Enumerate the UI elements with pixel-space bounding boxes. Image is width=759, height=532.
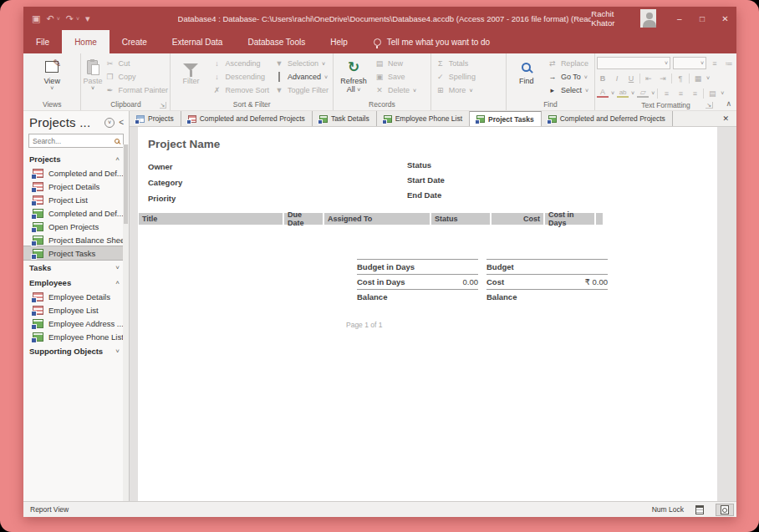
- tab-file[interactable]: File: [23, 30, 62, 53]
- select-button[interactable]: ▸Select˅: [545, 84, 591, 97]
- text-formatting-dialog-launcher[interactable]: ↘: [706, 102, 713, 109]
- refresh-all-button[interactable]: ↻ Refresh All ˅: [335, 55, 372, 94]
- clipboard-dialog-launcher[interactable]: ↘: [160, 102, 167, 109]
- nav-group-supporting-objects[interactable]: Supporting Objects˅: [23, 343, 123, 358]
- format-painter-icon: ✒: [104, 86, 115, 94]
- font-color-button[interactable]: A: [597, 89, 609, 98]
- format-painter-button[interactable]: ✒Format Painter: [102, 84, 171, 97]
- gridlines-icon[interactable]: ▦: [692, 74, 704, 83]
- new-record-button[interactable]: ▤New: [372, 57, 419, 70]
- cut-button[interactable]: ✂Cut: [102, 57, 171, 70]
- select-icon: ▸: [548, 86, 558, 94]
- tab-home[interactable]: Home: [62, 30, 110, 53]
- doc-tab-task-details[interactable]: Task Details: [313, 111, 377, 126]
- bullets-icon[interactable]: ≡: [709, 59, 721, 68]
- print-preview-button[interactable]: [716, 504, 734, 516]
- nav-item-completed-deferred-report[interactable]: Completed and Def...: [23, 206, 123, 220]
- nav-item-project-tasks[interactable]: Project Tasks: [23, 246, 123, 260]
- collapse-ribbon-icon[interactable]: ∧: [726, 99, 731, 108]
- report-view-button[interactable]: [690, 504, 709, 516]
- nav-item-employee-address[interactable]: Employee Address ...: [23, 317, 123, 330]
- replace-button[interactable]: ⇄Replace: [545, 57, 591, 70]
- font-size-combobox[interactable]: ˅: [673, 57, 706, 69]
- nav-pane-title[interactable]: Projects ...: [29, 115, 90, 129]
- views-group-label: Views: [43, 100, 62, 109]
- user-avatar[interactable]: [640, 9, 656, 28]
- tab-help[interactable]: Help: [318, 30, 360, 53]
- more-button[interactable]: ⊞More˅: [433, 84, 478, 97]
- doc-tab-completed-deferred-1[interactable]: Completed and Deferred Projects: [181, 111, 313, 126]
- ribbon-group-sort-filter: Filter ↓Ascending ↓Descending ✗Remove So…: [171, 53, 334, 110]
- italic-button[interactable]: I: [611, 74, 623, 83]
- toggle-filter-button[interactable]: ▼Toggle Filter: [272, 84, 331, 97]
- close-document-icon[interactable]: ✕: [715, 111, 736, 126]
- nav-search-box[interactable]: [28, 134, 124, 148]
- paste-button[interactable]: Paste ˅: [83, 55, 102, 91]
- align-left-icon[interactable]: ≡: [660, 89, 672, 98]
- search-input[interactable]: [33, 137, 115, 145]
- background-fill-button[interactable]: ▱: [637, 89, 649, 98]
- font-name-combobox[interactable]: ˅: [597, 57, 670, 69]
- nav-item-employee-details[interactable]: Employee Details: [23, 290, 123, 303]
- doc-tab-projects[interactable]: Projects: [130, 111, 181, 126]
- spelling-button[interactable]: ✓Spelling: [433, 70, 478, 84]
- numbering-icon[interactable]: ≔: [723, 59, 735, 68]
- align-right-icon[interactable]: ≡: [689, 89, 700, 98]
- owner-label: Owner: [148, 162, 173, 171]
- save-icon[interactable]: ▣: [32, 13, 40, 24]
- tab-external-data[interactable]: External Data: [160, 30, 236, 53]
- tab-create[interactable]: Create: [110, 30, 160, 53]
- find-button[interactable]: Find: [508, 55, 545, 85]
- descending-button[interactable]: ↓Descending: [209, 70, 272, 84]
- nav-group-projects[interactable]: Projects˄: [23, 151, 123, 166]
- increase-indent-icon[interactable]: ⇥: [657, 74, 669, 83]
- advanced-filter-icon: [278, 72, 280, 82]
- advanced-button[interactable]: Advanced˅: [272, 70, 331, 84]
- redo-icon[interactable]: ↷: [66, 13, 74, 24]
- nav-scrollbar[interactable]: [123, 144, 129, 501]
- user-account-name[interactable]: Rachit Khator: [591, 9, 632, 28]
- underline-button[interactable]: U: [625, 74, 637, 83]
- delete-record-button[interactable]: ✕Delete˅: [372, 84, 419, 97]
- nav-group-tasks[interactable]: Tasks˅: [23, 260, 123, 275]
- minimize-button[interactable]: –: [668, 7, 690, 30]
- shutter-bar-close-icon[interactable]: <: [119, 118, 124, 127]
- bold-button[interactable]: B: [597, 74, 609, 83]
- customize-qat-icon[interactable]: ▾: [85, 13, 90, 24]
- remove-sort-button[interactable]: ✗Remove Sort: [209, 84, 272, 97]
- tab-database-tools[interactable]: Database Tools: [235, 30, 318, 53]
- undo-chevron-icon[interactable]: ˅: [57, 16, 60, 22]
- nav-item-project-balance-sheet[interactable]: Project Balance Sheet: [23, 233, 123, 246]
- selection-button[interactable]: ▼Selection˅: [272, 57, 331, 70]
- highlight-button[interactable]: ab: [617, 89, 629, 98]
- close-button[interactable]: ✕: [714, 7, 736, 30]
- nav-item-project-details[interactable]: Project Details: [23, 180, 123, 193]
- filter-button[interactable]: Filter: [172, 55, 209, 85]
- totals-button[interactable]: ΣTotals: [433, 57, 478, 70]
- nav-item-project-list[interactable]: Project List: [23, 193, 123, 206]
- doc-tab-employee-phone-list[interactable]: Employee Phone List: [377, 111, 470, 126]
- nav-item-employee-phone-list[interactable]: Employee Phone List: [23, 330, 123, 343]
- save-record-button[interactable]: ▣Save: [372, 70, 419, 84]
- paragraph-marks-icon[interactable]: ¶: [675, 74, 686, 83]
- alternate-row-color-icon[interactable]: ▤: [706, 89, 718, 98]
- ascending-button[interactable]: ↓Ascending: [209, 57, 272, 70]
- view-button[interactable]: ✎ View ˅: [33, 55, 70, 91]
- nav-item-open-projects[interactable]: Open Projects: [23, 220, 123, 233]
- tell-me-box[interactable]: Tell me what you want to do: [374, 30, 490, 53]
- navigation-pane: Projects ... ˅ < Projects˄ Completed and…: [23, 111, 130, 501]
- nav-pane-menu-icon[interactable]: ˅: [104, 118, 115, 128]
- nav-item-employee-list[interactable]: Employee List: [23, 303, 123, 317]
- nav-item-completed-deferred-form[interactable]: Completed and Def...: [23, 166, 123, 180]
- undo-icon[interactable]: ↶: [46, 13, 53, 24]
- redo-chevron-icon[interactable]: ˅: [76, 16, 79, 22]
- maximize-button[interactable]: □: [690, 7, 713, 30]
- spelling-icon: ✓: [436, 73, 446, 81]
- goto-button[interactable]: →Go To˅: [545, 70, 591, 84]
- doc-tab-completed-deferred-2[interactable]: Completed and Deferred Projects: [542, 111, 673, 126]
- decrease-indent-icon[interactable]: ⇤: [643, 74, 655, 83]
- copy-button[interactable]: ❐Copy: [102, 70, 171, 84]
- doc-tab-project-tasks[interactable]: Project Tasks: [470, 111, 542, 126]
- align-center-icon[interactable]: ≡: [675, 89, 686, 98]
- nav-group-employees[interactable]: Employees˄: [23, 275, 123, 290]
